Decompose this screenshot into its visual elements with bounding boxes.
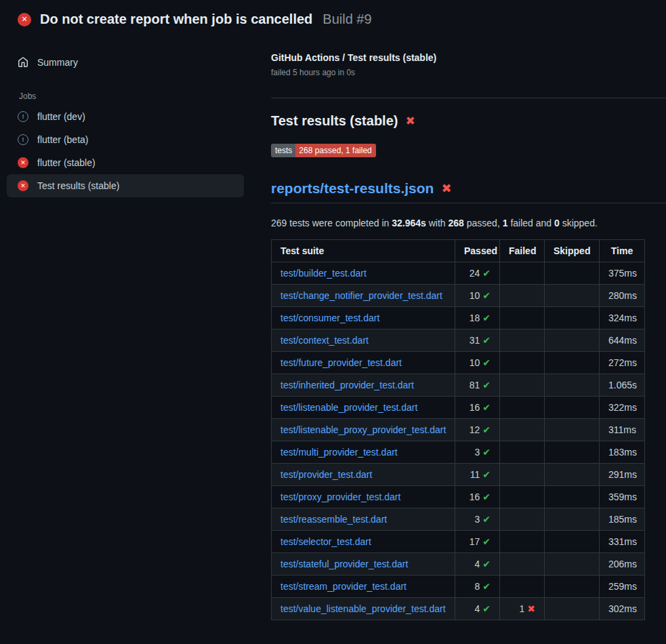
suite-link[interactable]: test/listenable_provider_test.dart	[280, 402, 417, 413]
summary-line: 269 tests were completed in 32.964s with…	[271, 218, 666, 228]
col-header-skipped: Skipped	[545, 240, 600, 262]
main-panel: GitHub Actions / Test results (stable) f…	[271, 36, 666, 620]
sidebar-summary-label: Summary	[37, 57, 78, 68]
table-row: test/listenable_provider_test.dart 16✔ ✖…	[272, 397, 645, 419]
failed-x-icon: ✖	[405, 115, 415, 127]
skipped-cell	[545, 352, 600, 374]
failed-cell: ✖	[500, 508, 545, 531]
suite-link[interactable]: test/reassemble_test.dart	[280, 514, 387, 525]
skipped-cell	[545, 598, 600, 620]
table-row: test/context_test.dart 31✔ ✖ 644ms	[272, 329, 645, 352]
time-cell: 259ms	[600, 576, 645, 598]
failed-cell: ✖	[500, 464, 545, 486]
check-icon: ✔	[482, 313, 491, 323]
check-icon: ✔	[482, 603, 491, 614]
passed-count: 11	[470, 469, 480, 480]
suite-link[interactable]: test/builder_test.dart	[280, 268, 367, 279]
job-label: Test results (stable)	[37, 180, 119, 191]
job-label: flutter (beta)	[37, 134, 88, 145]
sidebar-job-item-2[interactable]: ! flutter (beta)	[7, 128, 244, 151]
passed-cell: 12✔	[455, 419, 500, 441]
suite-cell: test/future_provider_test.dart	[272, 352, 455, 374]
suite-link[interactable]: test/multi_provider_test.dart	[280, 447, 398, 458]
suite-link[interactable]: test/value_listenable_provider_test.dart	[280, 603, 446, 614]
passed-count: 4	[474, 603, 480, 614]
suite-link[interactable]: test/change_notifier_provider_test.dart	[280, 290, 442, 301]
passed-count: 12	[470, 424, 480, 435]
col-header-passed: Passed	[455, 240, 500, 262]
table-row: test/consumer_test.dart 18✔ ✖ 324ms	[272, 307, 645, 329]
passed-cell: 8✔	[455, 576, 500, 598]
check-icon: ✔	[482, 424, 491, 435]
sidebar-job-item-4[interactable]: ✕ Test results (stable)	[7, 174, 244, 197]
suite-link[interactable]: test/stream_provider_test.dart	[280, 581, 407, 592]
suite-cell: test/reassemble_test.dart	[272, 508, 455, 531]
table-row: test/future_provider_test.dart 10✔ ✖ 272…	[272, 352, 645, 374]
suite-link[interactable]: test/selector_test.dart	[280, 536, 371, 547]
passed-cell: 31✔	[455, 329, 500, 352]
passed-count: 8	[474, 581, 480, 592]
failed-cell: 1✖	[500, 598, 545, 620]
skipped-cell	[545, 397, 600, 419]
tests-badge: tests 268 passed, 1 failed	[271, 144, 376, 157]
check-icon: ✔	[482, 581, 491, 592]
suite-link[interactable]: test/proxy_provider_test.dart	[280, 491, 400, 502]
time-cell: 311ms	[600, 419, 645, 441]
failed-cell: ✖	[500, 307, 545, 329]
skipped-cell	[545, 307, 600, 329]
skipped-cell	[545, 441, 600, 464]
sidebar-job-item-3[interactable]: ✕ flutter (stable)	[7, 151, 244, 174]
sidebar-item-summary[interactable]: Summary	[7, 51, 244, 74]
passed-cell: 4✔	[455, 553, 500, 576]
check-icon: ✔	[482, 469, 491, 480]
passed-cell: 16✔	[455, 486, 500, 508]
skipped-cell	[545, 285, 600, 307]
passed-cell: 17✔	[455, 531, 500, 553]
passed-count: 24	[470, 268, 480, 279]
sidebar-job-item-1[interactable]: ! flutter (dev)	[7, 105, 244, 128]
passed-cell: 4✔	[455, 598, 500, 620]
suite-link[interactable]: test/future_provider_test.dart	[280, 357, 402, 368]
table-row: test/inherited_provider_test.dart 81✔ ✖ …	[272, 374, 645, 397]
run-header: ✕ Do not create report when job is cance…	[0, 0, 666, 36]
passed-cell: 81✔	[455, 374, 500, 397]
passed-count: 16	[470, 491, 480, 502]
table-row: test/proxy_provider_test.dart 16✔ ✖ 359m…	[272, 486, 645, 508]
suite-link[interactable]: test/stateful_provider_test.dart	[280, 559, 408, 569]
suite-link[interactable]: test/inherited_provider_test.dart	[280, 380, 414, 390]
suite-link[interactable]: test/provider_test.dart	[280, 469, 372, 480]
time-cell: 206ms	[600, 553, 645, 576]
jobs-heading: Jobs	[19, 92, 244, 101]
failed-circle-icon: ✕	[18, 13, 31, 26]
suite-link[interactable]: test/listenable_proxy_provider_test.dart	[280, 424, 446, 435]
skipped-cell	[545, 508, 600, 531]
table-header-row: Test suite Passed Failed Skipped Time	[272, 240, 645, 262]
failed-cell: ✖	[500, 374, 545, 397]
table-row: test/stream_provider_test.dart 8✔ ✖ 259m…	[272, 576, 645, 598]
report-file-link[interactable]: reports/test-results.json	[271, 180, 434, 197]
time-cell: 185ms	[600, 508, 645, 531]
passed-cell: 24✔	[455, 262, 500, 285]
time-cell: 280ms	[600, 285, 645, 307]
passed-count: 17	[470, 536, 480, 547]
section-title: Test results (stable) ✖	[271, 113, 666, 129]
passed-count: 3	[474, 447, 480, 458]
skipped-cell	[545, 531, 600, 553]
passed-cell: 3✔	[455, 441, 500, 464]
time-cell: 644ms	[600, 329, 645, 352]
results-table: Test suite Passed Failed Skipped Time te…	[271, 239, 645, 620]
suite-link[interactable]: test/context_test.dart	[280, 335, 369, 346]
table-row: test/value_listenable_provider_test.dart…	[272, 598, 645, 620]
passed-cell: 3✔	[455, 508, 500, 531]
passed-count: 81	[470, 380, 480, 390]
failed-cell: ✖	[500, 419, 545, 441]
passed-count: 31	[470, 335, 480, 346]
time-cell: 291ms	[600, 464, 645, 486]
time-cell: 322ms	[600, 397, 645, 419]
passed-cell: 10✔	[455, 352, 500, 374]
suite-link[interactable]: test/consumer_test.dart	[280, 313, 379, 323]
passed-cell: 11✔	[455, 464, 500, 486]
check-icon: ✔	[482, 447, 491, 458]
check-icon: ✔	[482, 335, 491, 346]
table-row: test/provider_test.dart 11✔ ✖ 291ms	[272, 464, 645, 486]
